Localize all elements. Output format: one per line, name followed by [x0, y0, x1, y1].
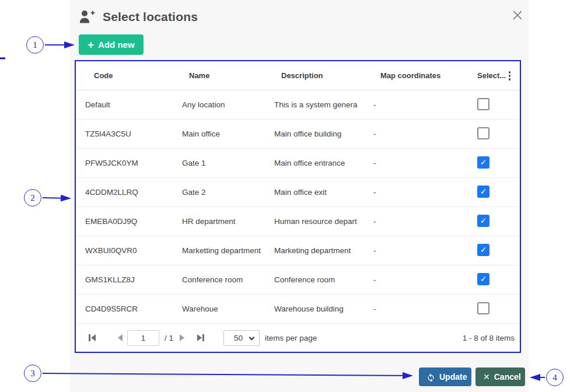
row-select-checkbox[interactable]: [477, 98, 489, 110]
locations-grid: Code Name Description Map coordinates Se…: [75, 60, 521, 353]
grid-body: Default Any location This is a system ge…: [76, 90, 520, 324]
annotation-circle-2: 2: [24, 189, 41, 206]
grid-pager: / 1 50 items per page 1 - 8 of 8 items: [76, 324, 520, 352]
cell-name: Conference room: [173, 275, 265, 284]
cell-name: Gate 2: [173, 188, 265, 197]
table-row[interactable]: 4CDDM2LLRQ Gate 2 Main office exit -: [76, 178, 520, 207]
cell-map-coordinates: -: [364, 188, 463, 197]
annotation-arrow-2: [43, 198, 70, 198]
cell-select: [463, 156, 520, 170]
next-page-icon: [180, 334, 184, 341]
cell-map-coordinates: -: [364, 159, 463, 167]
select-locations-page: Select locations + Add new Code Name Des…: [0, 0, 570, 392]
first-page-button[interactable]: [89, 334, 96, 341]
grid-header-row: Code Name Description Map coordinates Se…: [76, 61, 520, 90]
person-add-icon: [78, 9, 96, 25]
cell-code: EMEBA0DJ9Q: [76, 217, 173, 226]
column-header-description[interactable]: Description: [265, 71, 364, 80]
cell-map-coordinates: -: [364, 246, 463, 255]
next-page-button[interactable]: [180, 334, 184, 341]
chevron-down-icon: [249, 335, 255, 341]
column-header-code[interactable]: Code: [76, 71, 173, 80]
cancel-label: Cancel: [494, 372, 521, 382]
table-row[interactable]: EMEBA0DJ9Q HR department Human resource …: [76, 207, 520, 236]
page-count-label: / 1: [165, 334, 173, 342]
x-icon: ✕: [483, 373, 490, 381]
table-row[interactable]: WXBUI0QVR0 Marketting department Marketi…: [76, 236, 520, 265]
cell-description: Main office entrance: [265, 159, 364, 167]
page-size-select[interactable]: 50: [223, 330, 260, 346]
cell-code: CD4D9S5RCR: [76, 304, 173, 313]
page-number-input[interactable]: [127, 330, 159, 346]
cell-code: TZ5I4A3C5U: [76, 130, 173, 138]
cell-description: Main office building: [265, 130, 364, 138]
cell-select: [463, 215, 520, 229]
column-header-name[interactable]: Name: [173, 71, 265, 80]
row-select-checkbox[interactable]: [477, 127, 489, 139]
table-row[interactable]: PFW5JCK0YM Gate 1 Main office entrance -: [76, 149, 520, 178]
cell-name: Marketting department: [173, 246, 265, 255]
cell-description: Human resource depart: [265, 217, 364, 226]
cell-name: Main office: [173, 130, 265, 138]
row-select-checkbox[interactable]: [477, 215, 489, 227]
select-locations-modal: Select locations + Add new Code Name Des…: [70, 0, 529, 392]
table-row[interactable]: TZ5I4A3C5U Main office Main office build…: [76, 120, 520, 149]
row-select-checkbox[interactable]: [477, 156, 489, 169]
annotation-circle-3: 3: [24, 365, 41, 382]
cell-select: [463, 127, 520, 141]
cell-select: [463, 302, 520, 316]
cell-code: Default: [76, 100, 173, 109]
cell-code: 4CDDM2LLRQ: [76, 188, 173, 197]
column-header-select[interactable]: Select...: [463, 71, 520, 80]
cancel-button[interactable]: ✕ Cancel: [475, 368, 525, 386]
kebab-menu-icon[interactable]: [509, 71, 511, 80]
last-page-icon: [197, 334, 202, 341]
items-per-page-label: items per page: [265, 334, 317, 342]
table-row[interactable]: CD4D9S5RCR Warehoue Warehouse building -: [76, 295, 520, 324]
close-icon: [511, 15, 524, 23]
cell-map-coordinates: -: [364, 100, 463, 109]
column-header-map-coordinates[interactable]: Map coordinates: [364, 71, 463, 80]
page-size-value: 50: [234, 334, 243, 342]
table-row[interactable]: Default Any location This is a system ge…: [76, 90, 520, 120]
cell-name: Any location: [173, 100, 265, 109]
cell-code: GMS1KLLZ8J: [76, 275, 173, 284]
cell-name: Warehoue: [173, 304, 265, 313]
cell-select: [463, 244, 520, 258]
row-select-checkbox[interactable]: [477, 186, 489, 198]
cell-select: [463, 186, 520, 200]
cell-code: PFW5JCK0YM: [76, 159, 173, 167]
cell-select: [463, 98, 520, 112]
cell-description: Marketing department: [265, 246, 364, 255]
plus-icon: +: [88, 39, 94, 50]
add-new-label: Add new: [98, 40, 135, 50]
first-page-icon: [91, 334, 96, 341]
table-row[interactable]: GMS1KLLZ8J Conference room Conference ro…: [76, 265, 520, 295]
row-select-checkbox[interactable]: [477, 244, 489, 256]
sync-icon: [426, 373, 435, 382]
update-button[interactable]: Update: [419, 368, 471, 386]
update-label: Update: [439, 372, 467, 382]
cell-description: Warehouse building: [265, 304, 364, 313]
cell-map-coordinates: -: [364, 130, 463, 138]
previous-page-icon: [118, 334, 123, 341]
row-select-checkbox[interactable]: [477, 302, 489, 314]
row-select-checkbox[interactable]: [477, 273, 489, 285]
cell-map-coordinates: -: [364, 217, 463, 226]
annotation-circle-1: 1: [26, 36, 44, 54]
close-button[interactable]: [510, 8, 525, 23]
cell-map-coordinates: -: [364, 304, 463, 313]
items-range-label: 1 - 8 of 8 items: [463, 334, 515, 342]
cell-name: Gate 1: [173, 159, 265, 167]
dialog-title: Select locations: [103, 10, 198, 24]
cell-name: HR department: [173, 217, 265, 226]
cell-code: WXBUI0QVR0: [76, 246, 173, 255]
last-page-button[interactable]: [197, 334, 204, 341]
add-new-button[interactable]: + Add new: [79, 34, 144, 55]
modal-title-row: Select locations: [78, 7, 198, 27]
cell-description: Main office exit: [265, 188, 364, 197]
cell-select: [463, 273, 520, 287]
previous-page-button[interactable]: [118, 334, 123, 341]
annotation-circle-4: 4: [546, 369, 564, 386]
cell-map-coordinates: -: [364, 275, 463, 284]
